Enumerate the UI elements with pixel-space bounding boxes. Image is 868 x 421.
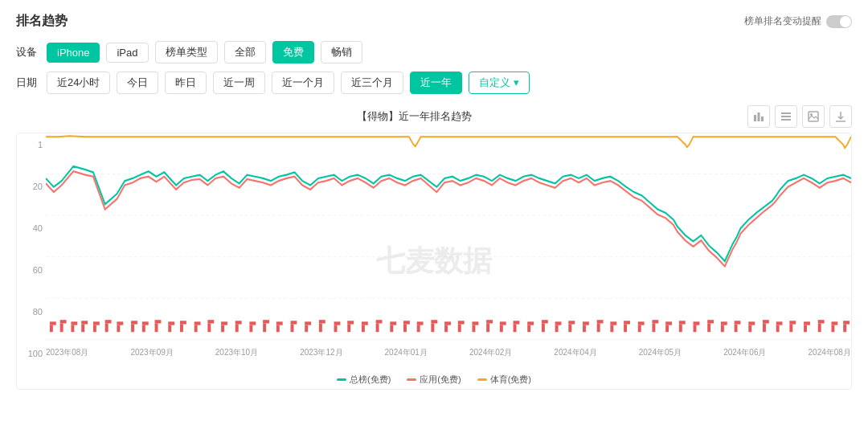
svg-rect-109 (665, 321, 672, 325)
bar-chart-icon[interactable] (747, 105, 770, 128)
image-icon[interactable] (802, 105, 825, 128)
svg-rect-86 (514, 325, 517, 333)
x-label-0: 2023年08月 (46, 347, 88, 358)
svg-rect-65 (362, 321, 368, 325)
svg-rect-47 (235, 321, 242, 324)
svg-rect-131 (818, 320, 825, 323)
x-label-1: 2023年09月 (130, 347, 173, 358)
svg-rect-95 (568, 321, 575, 324)
svg-rect-115 (707, 320, 714, 323)
svg-rect-49 (249, 321, 256, 325)
x-label-4: 2024年01月 (385, 347, 428, 358)
x-label-3: 2023年12月 (300, 347, 342, 358)
svg-rect-43 (207, 320, 214, 323)
legend-app-free: 应用(免费) (407, 374, 461, 386)
svg-rect-81 (472, 321, 478, 325)
svg-rect-119 (735, 321, 741, 324)
svg-rect-39 (180, 321, 186, 324)
btn-week[interactable]: 近一周 (213, 72, 265, 94)
svg-rect-82 (486, 324, 489, 333)
svg-rect-96 (583, 325, 586, 333)
svg-rect-108 (665, 325, 669, 333)
svg-rect-27 (105, 320, 112, 323)
toggle-switch[interactable] (826, 15, 852, 28)
svg-rect-56 (305, 325, 308, 333)
svg-rect-46 (235, 325, 239, 333)
svg-rect-6 (809, 112, 818, 121)
svg-rect-3 (781, 112, 791, 114)
svg-rect-61 (334, 321, 341, 325)
svg-rect-0 (754, 115, 756, 121)
svg-rect-55 (291, 321, 297, 324)
svg-rect-106 (652, 324, 655, 333)
svg-rect-80 (472, 325, 475, 333)
svg-rect-99 (597, 320, 604, 323)
svg-rect-85 (500, 321, 506, 325)
svg-rect-5 (781, 119, 791, 121)
btn-yesterday[interactable]: 昨日 (165, 72, 207, 94)
btn-free[interactable]: 免费 (272, 41, 314, 63)
svg-rect-90 (542, 324, 545, 333)
svg-rect-53 (276, 321, 283, 325)
svg-rect-93 (555, 321, 562, 325)
svg-rect-87 (514, 321, 520, 324)
svg-rect-83 (486, 320, 493, 323)
x-label-5: 2024年02月 (469, 347, 512, 358)
svg-rect-31 (131, 321, 137, 324)
svg-rect-88 (527, 325, 530, 333)
svg-rect-51 (263, 320, 269, 323)
svg-rect-48 (249, 325, 252, 333)
btn-today[interactable]: 今日 (117, 72, 158, 94)
svg-rect-133 (831, 321, 837, 325)
svg-rect-132 (831, 325, 834, 333)
btn-year[interactable]: 近一年 (410, 72, 462, 94)
svg-rect-66 (376, 324, 379, 333)
svg-rect-98 (597, 324, 600, 333)
svg-rect-103 (624, 321, 630, 324)
btn-ipad[interactable]: iPad (106, 43, 148, 63)
btn-month[interactable]: 近一个月 (272, 72, 334, 94)
svg-rect-38 (180, 325, 183, 333)
svg-rect-21 (71, 321, 77, 325)
svg-rect-91 (542, 320, 548, 323)
btn-custom[interactable]: 自定义 ▾ (469, 72, 530, 94)
svg-rect-58 (319, 324, 322, 333)
legend-dot-total (337, 378, 346, 381)
svg-rect-118 (735, 325, 738, 333)
svg-rect-20 (71, 325, 74, 333)
svg-rect-79 (458, 321, 465, 324)
btn-all[interactable]: 全部 (224, 41, 266, 63)
svg-rect-117 (721, 321, 727, 325)
svg-rect-72 (417, 325, 420, 333)
svg-rect-112 (694, 325, 697, 333)
legend-dot-sports (477, 378, 487, 381)
toggle-label: 榜单排名变动提醒 (744, 14, 821, 28)
legend-sports-free: 体育(免费) (477, 374, 531, 386)
svg-rect-64 (362, 325, 365, 333)
svg-rect-71 (403, 321, 410, 324)
svg-rect-89 (527, 321, 534, 325)
svg-rect-121 (748, 321, 755, 325)
btn-24h[interactable]: 近24小时 (47, 72, 110, 94)
y-label-20: 20 (17, 182, 46, 191)
btn-3months[interactable]: 近三个月 (341, 72, 403, 94)
svg-rect-25 (93, 321, 100, 325)
list-icon[interactable] (775, 105, 797, 128)
svg-rect-34 (155, 324, 158, 333)
download-icon[interactable] (829, 105, 852, 128)
device-label: 设备 (16, 45, 37, 59)
legend-label-sports: 体育(免费) (490, 374, 531, 386)
svg-rect-2 (761, 116, 764, 121)
btn-bestseller[interactable]: 畅销 (321, 41, 362, 63)
svg-rect-50 (263, 324, 266, 333)
x-label-9: 2024年08月 (809, 347, 851, 358)
svg-rect-69 (390, 321, 396, 325)
svg-rect-22 (81, 325, 84, 333)
btn-chart-type[interactable]: 榜单类型 (155, 41, 218, 63)
btn-iphone[interactable]: iPhone (47, 43, 100, 63)
svg-rect-134 (843, 325, 846, 333)
svg-point-7 (810, 113, 813, 116)
svg-rect-101 (610, 321, 616, 325)
svg-rect-97 (583, 321, 589, 325)
svg-rect-128 (804, 325, 807, 333)
